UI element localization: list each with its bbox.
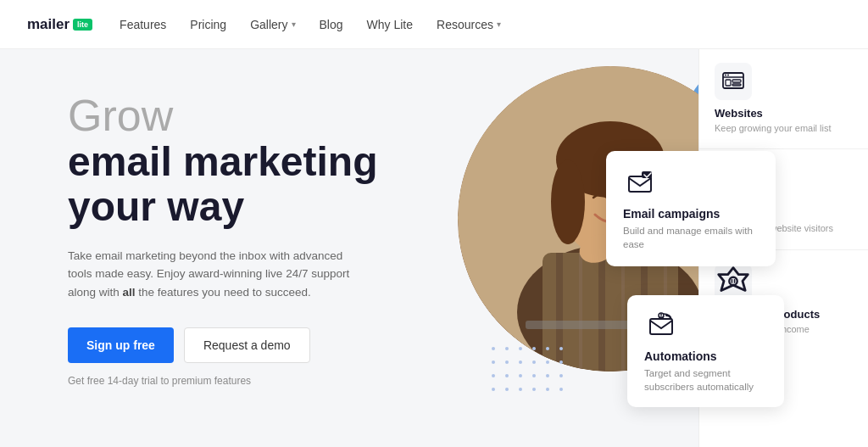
demo-button[interactable]: Request a demo [184,327,310,363]
svg-point-12 [551,159,585,244]
svg-rect-24 [732,84,741,86]
automations-icon [644,309,678,343]
svg-rect-23 [732,80,741,82]
hero-right: Email campaigns Build and manage emails … [441,49,868,447]
navbar: mailer lite Features Pricing Gallery ▾ B… [0,0,868,49]
nav-pricing[interactable]: Pricing [190,18,226,31]
nav-blog[interactable]: Blog [320,18,343,31]
svg-rect-16 [629,176,651,192]
resources-chevron-icon: ▾ [497,20,501,29]
automations-title: Automations [644,349,767,363]
dot-grid-decoration [492,347,568,396]
websites-desc: Keep growing your email list [715,122,832,135]
logo[interactable]: mailer lite [27,16,92,33]
email-campaigns-desc: Build and manage emails with ease [623,224,759,251]
svg-rect-22 [726,80,731,86]
hero-title-main: email marketingyour way [68,140,441,230]
hero-left: Grow email marketingyour way Take email … [0,49,441,447]
email-campaigns-icon [623,166,657,200]
nav-features[interactable]: Features [120,18,166,31]
hero-description: Take email marketing beyond the inbox wi… [68,247,356,302]
nav-gallery[interactable]: Gallery ▾ [250,18,295,31]
email-campaigns-title: Email campaigns [623,207,759,221]
logo-text: mailer [27,16,70,33]
svg-rect-18 [650,319,672,334]
main-content: Grow email marketingyour way Take email … [0,49,868,447]
hero-title-grow: Grow [68,92,441,140]
signup-button[interactable]: Sign up free [68,327,174,363]
nav-links: Features Pricing Gallery ▾ Blog Why Lite… [120,18,841,31]
nav-resources[interactable]: Resources ▾ [437,18,501,31]
nav-why-lite[interactable]: Why Lite [367,18,413,31]
svg-point-26 [727,75,729,76]
hero-buttons: Sign up free Request a demo [68,327,441,363]
automations-card: Automations Target and segment subscribe… [627,295,784,407]
panel-websites[interactable]: Websites Keep growing your email list [699,49,868,149]
gallery-chevron-icon: ▾ [292,20,296,29]
websites-icon [715,63,752,100]
email-campaigns-card: Email campaigns Build and manage emails … [606,151,776,266]
websites-title: Websites [715,107,763,120]
svg-point-25 [725,75,726,76]
logo-badge: lite [73,19,92,31]
trial-text: Get free 14-day trial to premium feature… [68,375,441,387]
automations-desc: Target and segment subscribers automatic… [644,366,767,394]
